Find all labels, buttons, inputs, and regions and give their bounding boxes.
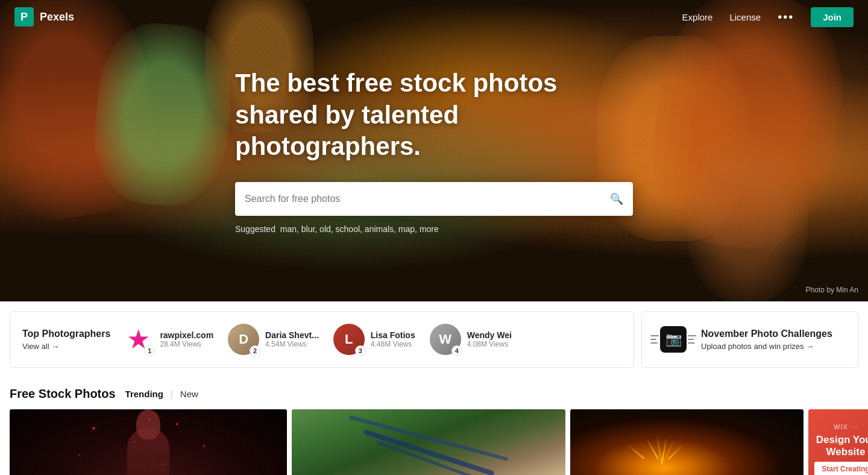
suggested-text: Suggested man, blur, old, school, animal… <box>235 224 645 234</box>
search-bar: 🔍 <box>235 182 633 216</box>
filter-tabs: Trending | New <box>125 389 198 399</box>
rank-badge-4: 4 <box>451 345 462 356</box>
free-stock-title: Free Stock Photos <box>10 387 116 401</box>
header: P Pexels Explore License ••• Join <box>0 0 868 34</box>
photographer-item[interactable]: ★ 1 rawpixel.com 28.4M Views <box>122 324 213 355</box>
photographer-name-1: rawpixel.com <box>160 330 213 340</box>
speed-line <box>650 342 658 344</box>
upload-link[interactable]: Upload photos and win prizes → <box>701 342 832 351</box>
view-all-link[interactable]: View all → <box>22 342 110 351</box>
november-icon: 📷 <box>656 322 690 356</box>
logo-text: Pexels <box>40 11 74 24</box>
speed-lines-left <box>650 335 659 344</box>
nav-more-dots[interactable]: ••• <box>778 10 794 24</box>
search-icon[interactable]: 🔍 <box>610 192 623 206</box>
rank-badge-3: 3 <box>355 345 366 356</box>
november-card[interactable]: 📷 November Photo Challenges Upload photo… <box>641 311 858 368</box>
camera-icon: 📷 <box>660 326 687 353</box>
wix-logo: WIX ··· <box>834 423 858 430</box>
suggestion-animals[interactable]: animals, <box>365 224 396 234</box>
photo-grid: WIX ··· Design Your Website Start Creati… <box>10 409 858 475</box>
photographer-info-1: rawpixel.com 28.4M Views <box>160 330 213 348</box>
tab-separator: | <box>171 389 173 399</box>
speed-line <box>650 335 659 336</box>
photographer-name-2: Daria Shevt... <box>265 330 319 340</box>
nav-explore[interactable]: Explore <box>682 12 713 22</box>
photographer-name-4: Wendy Wei <box>467 330 512 340</box>
speed-line <box>688 339 694 340</box>
suggestion-blur[interactable]: blur, <box>301 224 317 234</box>
photo-credit: Photo by Min An <box>806 286 858 294</box>
suggestion-more[interactable]: more <box>420 224 439 234</box>
photographer-info-3: Lisa Fotios 4.48M Views <box>371 330 415 348</box>
wix-ad-tile[interactable]: WIX ··· Design Your Website Start Creati… <box>808 409 868 475</box>
lantern-6 <box>687 133 808 301</box>
photographer-views-2: 4.54M Views <box>265 340 319 348</box>
speed-line <box>650 339 656 340</box>
photographer-views-3: 4.48M Views <box>371 340 415 348</box>
top-photographers-title: Top Photographers View all → <box>22 329 110 351</box>
speed-lines-right <box>688 335 696 344</box>
photographer-avatar-3: L 3 <box>333 324 365 355</box>
photo-tile-2[interactable] <box>292 409 565 475</box>
photo-tile-1[interactable] <box>10 409 287 475</box>
wix-ad: WIX ··· Design Your Website Start Creati… <box>808 409 868 475</box>
photographer-item-2[interactable]: D 2 Daria Shevt... 4.54M Views <box>228 324 319 355</box>
header-nav: Explore License ••• Join <box>682 7 854 27</box>
tab-new[interactable]: New <box>180 389 198 399</box>
photographers-list: ★ 1 rawpixel.com 28.4M Views D 2 Da <box>122 324 511 355</box>
wix-headline: Design Your Website <box>813 434 868 459</box>
suggestion-man[interactable]: man, <box>280 224 299 234</box>
photographer-avatar-1: ★ 1 <box>122 324 154 355</box>
cards-row: Top Photographers View all → ★ 1 rawpixe… <box>0 301 868 377</box>
photographer-info-2: Daria Shevt... 4.54M Views <box>265 330 319 348</box>
wix-cta-button[interactable]: Start Creating <box>814 462 868 475</box>
top-photographers-card: Top Photographers View all → ★ 1 rawpixe… <box>10 311 634 368</box>
suggestion-map[interactable]: map, <box>398 224 417 234</box>
photographer-info-4: Wendy Wei 4.08M Views <box>467 330 512 348</box>
top-photographers-heading: Top Photographers <box>22 329 110 339</box>
logo-icon: P <box>14 7 34 27</box>
photographer-item-3[interactable]: L 3 Lisa Fotios 4.48M Views <box>333 324 415 355</box>
november-text: November Photo Challenges Upload photos … <box>701 329 832 351</box>
search-input[interactable] <box>245 193 610 204</box>
join-button[interactable]: Join <box>811 7 854 27</box>
photographer-views-4: 4.08M Views <box>467 340 512 348</box>
free-stock-header: Free Stock Photos Trending | New <box>10 387 858 401</box>
free-stock-section: Free Stock Photos Trending | New <box>0 377 868 475</box>
photographer-avatar-4: W 4 <box>430 324 461 355</box>
hero-content: The best free stock photos shared by tal… <box>235 68 645 234</box>
tab-trending[interactable]: Trending <box>125 389 163 399</box>
november-title: November Photo Challenges <box>701 329 832 339</box>
logo-area[interactable]: P Pexels <box>14 7 74 27</box>
rank-badge-2: 2 <box>250 345 260 356</box>
speed-line <box>688 342 695 344</box>
hero-section: The best free stock photos shared by tal… <box>0 0 868 301</box>
photo-tile-3[interactable] <box>570 409 804 475</box>
suggestion-old[interactable]: old, <box>319 224 333 234</box>
photographer-item-4[interactable]: W 4 Wendy Wei 4.08M Views <box>430 324 512 355</box>
photographer-name-3: Lisa Fotios <box>371 330 415 340</box>
nav-license[interactable]: License <box>729 12 761 22</box>
speed-line <box>688 335 696 336</box>
hero-title: The best free stock photos shared by tal… <box>235 68 645 163</box>
suggestion-school[interactable]: school, <box>336 224 362 234</box>
photographer-views-1: 28.4M Views <box>160 340 213 348</box>
photographer-avatar-2: D 2 <box>228 324 259 355</box>
